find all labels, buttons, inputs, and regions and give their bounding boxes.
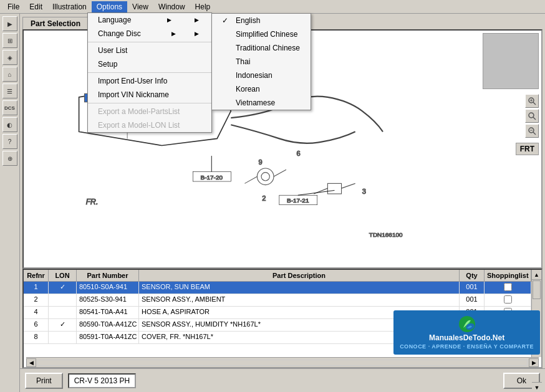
cell-lon: [49, 332, 77, 343]
zoom-out-button[interactable]: [525, 124, 539, 138]
svg-line-20: [533, 102, 536, 105]
menu-item-change-disc[interactable]: Change Disc ▶: [88, 27, 211, 41]
sidebar: ▶ ⊞ ◈ ⌂ ☰ DCS ◐ ? ⊕: [0, 14, 20, 392]
zoom-controls: [525, 94, 539, 138]
lang-simplified-chinese[interactable]: Simplified Chinese: [212, 27, 311, 41]
menu-options[interactable]: Options: [92, 1, 127, 12]
menu-item-user-list[interactable]: User List: [88, 44, 211, 57]
language-submenu: ✓ English Simplified Chinese Traditional…: [211, 13, 311, 110]
menu-item-language[interactable]: Language ▶ ✓ English Simplified Chinese …: [88, 13, 211, 27]
sidebar-btn-6[interactable]: ◐: [2, 117, 17, 132]
lang-traditional-chinese[interactable]: Traditional Chinese: [212, 41, 311, 55]
menu-separator-2: [88, 72, 211, 73]
col-header-partnum: Part Number: [77, 270, 139, 281]
menu-help[interactable]: Help: [190, 1, 216, 12]
thumbnail-box: [483, 33, 539, 89]
check-icon: [222, 98, 231, 107]
cell-partnum: 80541-T0A-A41: [77, 307, 139, 318]
cell-desc: SENSOR ASSY., AMBIENT: [139, 294, 460, 306]
check-icon: [222, 44, 231, 52]
cell-partnum: 80591-T0A-A41ZC: [77, 332, 139, 343]
menu-item-import-vin[interactable]: Import VIN Nickname: [88, 88, 211, 102]
menu-file[interactable]: File: [2, 1, 24, 12]
cell-refnr: 2: [24, 294, 49, 306]
menu-separator-1: [88, 42, 211, 42]
cell-qty: 001: [460, 282, 485, 294]
lang-indonesian[interactable]: Indonesian: [212, 69, 311, 82]
cell-desc: SENSOR, SUN BEAM: [139, 282, 460, 294]
sidebar-btn-7[interactable]: ?: [2, 134, 17, 149]
svg-text:3: 3: [362, 188, 366, 195]
watermark-sub: CONOCE · APRENDE · ENSEÑA Y COMPARTE: [400, 343, 534, 351]
svg-text:2: 2: [262, 194, 266, 202]
table-row[interactable]: 2 80525-S30-941 SENSOR ASSY., AMBIENT 00…: [24, 294, 531, 307]
options-menu: Language ▶ ✓ English Simplified Chinese …: [87, 12, 212, 133]
cell-shop: [485, 294, 531, 306]
check-icon: [222, 30, 231, 39]
lang-english[interactable]: ✓ English: [212, 14, 311, 27]
menu-window[interactable]: Window: [153, 1, 190, 12]
cell-qty: 001: [460, 294, 485, 306]
lang-korean[interactable]: Korean: [212, 82, 311, 96]
check-icon: [222, 85, 231, 93]
svg-text:TDN166100: TDN166100: [369, 231, 403, 238]
lang-thai[interactable]: Thai: [212, 55, 311, 69]
watermark-text: ManualesDeTodo.Net: [400, 333, 534, 343]
svg-text:FR.: FR.: [86, 198, 99, 206]
col-header-shop: Shoppinglist: [485, 270, 531, 281]
horizontal-scrollbar[interactable]: ◀ ▶: [26, 357, 539, 367]
watermark: ManualesDeTodo.Net CONOCE · APRENDE · EN…: [393, 310, 540, 355]
cell-lon: ✓: [49, 282, 77, 294]
menu-illustration[interactable]: Illustration: [47, 1, 92, 12]
sidebar-btn-5[interactable]: ☰: [2, 84, 17, 98]
cell-refnr: 8: [24, 332, 49, 343]
sidebar-btn-dcs[interactable]: DCS: [2, 100, 17, 115]
table-row[interactable]: 1 ✓ 80510-S0A-941 SENSOR, SUN BEAM 001: [24, 282, 531, 294]
cell-refnr: 4: [24, 307, 49, 318]
svg-text:6: 6: [297, 150, 301, 157]
cell-lon: [49, 307, 77, 318]
col-header-refnr: Refnr: [24, 270, 49, 281]
menu-item-export-lon: Export a Model-LON List: [88, 118, 211, 132]
menu-edit[interactable]: Edit: [24, 1, 47, 12]
sidebar-btn-4[interactable]: ⌂: [2, 67, 17, 82]
menu-item-import-end-user[interactable]: Import End-User Info: [88, 74, 211, 88]
print-button[interactable]: Print: [25, 373, 63, 389]
svg-text:9: 9: [259, 158, 263, 166]
sidebar-btn-3[interactable]: ◈: [2, 50, 17, 65]
col-header-qty: Qty: [460, 270, 485, 281]
svg-text:B-17-20: B-17-20: [201, 174, 223, 181]
diagram-right: FRT: [473, 31, 541, 267]
menu-item-setup[interactable]: Setup: [88, 57, 211, 71]
check-icon: [222, 57, 231, 66]
cell-partnum: 80510-S0A-941: [77, 282, 139, 294]
col-header-desc: Part Description: [139, 270, 460, 281]
sidebar-btn-2[interactable]: ⊞: [2, 33, 17, 48]
cell-refnr: 6: [24, 319, 49, 331]
lang-vietnamese[interactable]: Vietnamese: [212, 96, 311, 110]
menu-separator-3: [88, 103, 211, 103]
col-header-lon: LON: [49, 270, 77, 281]
sidebar-btn-8[interactable]: ⊕: [2, 151, 17, 166]
model-label: CR-V 5 2013 PH: [68, 373, 136, 388]
menu-item-export-parts: Export a Model-PartsList: [88, 105, 211, 118]
cell-shop: [485, 282, 531, 294]
svg-line-26: [533, 132, 536, 135]
cell-refnr: 1: [24, 282, 49, 294]
menu-view[interactable]: View: [127, 1, 153, 12]
cell-lon: [49, 294, 77, 306]
zoom-fit-button[interactable]: [525, 109, 539, 123]
cell-lon: ✓: [49, 319, 77, 331]
tab-part-selection[interactable]: Part Selection: [22, 17, 89, 30]
bottom-bar: Print CR-V 5 2013 PH Ok: [20, 368, 545, 392]
svg-point-23: [529, 113, 534, 118]
sidebar-btn-1[interactable]: ▶: [2, 16, 17, 31]
cell-partnum: 80525-S30-941: [77, 294, 139, 306]
svg-text:B-17-21: B-17-21: [287, 197, 309, 204]
menubar: File Edit Illustration Options View Wind…: [0, 0, 545, 14]
cell-partnum: 80590-T0A-A41ZC: [77, 319, 139, 331]
table-header: Refnr LON Part Number Part Description Q…: [24, 270, 531, 282]
svg-line-24: [533, 117, 536, 120]
frt-label: FRT: [516, 143, 539, 155]
zoom-in-button[interactable]: [525, 94, 539, 108]
